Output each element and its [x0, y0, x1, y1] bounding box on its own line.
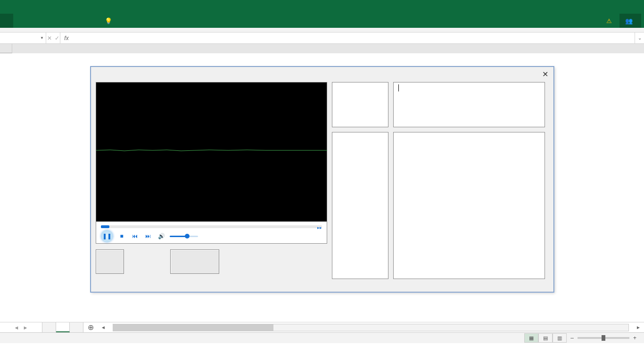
view-pagelayout-button[interactable]: ▤	[538, 333, 553, 343]
volume-thumb[interactable]	[185, 234, 190, 239]
user-account[interactable]: ⚠	[606, 17, 614, 25]
dialog-close-button[interactable]: ✕	[540, 70, 550, 79]
warning-icon: ⚠	[606, 17, 612, 25]
next-button[interactable]: ⏭	[143, 231, 153, 241]
sheet-tab-dictionary[interactable]	[70, 322, 83, 332]
share-icon: 👥	[625, 17, 633, 25]
view-mode-buttons: ▦ ▤ ▥	[524, 333, 567, 343]
media-player: ▸▸ ❚❚ ■ ⏮ ⏭ 🔊	[96, 82, 327, 244]
volume-slider[interactable]	[170, 236, 198, 237]
column-headers	[0, 44, 644, 53]
sheet-prev-icon[interactable]: ◄	[14, 325, 19, 330]
tab-insert[interactable]	[25, 14, 38, 28]
create-mark-button[interactable]	[170, 249, 219, 274]
view-pagebreak-button[interactable]: ▥	[553, 333, 567, 343]
sheet-nav[interactable]: ◄ ►	[0, 322, 42, 332]
waveform	[96, 148, 327, 153]
selected-tags-panel[interactable]	[332, 82, 388, 127]
formula-bar[interactable]	[73, 33, 635, 43]
cancel-icon[interactable]: ✕	[47, 35, 52, 41]
pause-button[interactable]: ❚❚	[101, 230, 113, 242]
tab-file[interactable]	[0, 14, 13, 28]
window-controls	[562, 0, 644, 14]
formula-bar-row: ▼ ✕ ✓ fx ⌄	[0, 33, 644, 44]
zoom-thumb[interactable]	[602, 335, 605, 341]
names-list[interactable]	[393, 132, 545, 279]
seek-end-icon: ▸▸	[317, 225, 322, 230]
hscroll-thumb[interactable]	[113, 324, 273, 331]
fx-cancel-confirm: ✕ ✓	[46, 33, 60, 43]
quick-access-toolbar	[0, 1, 60, 13]
horizontal-scrollbar[interactable]	[113, 324, 629, 331]
tab-view[interactable]	[87, 14, 99, 28]
name-box[interactable]: ▼	[0, 33, 46, 43]
dialog-title	[91, 67, 553, 82]
ribbon-options-icon[interactable]	[562, 0, 579, 14]
status-bar: ▦ ▤ ▥ – +	[0, 332, 644, 343]
tab-data[interactable]	[62, 14, 74, 28]
zoom-in-button[interactable]: +	[633, 335, 636, 341]
view-normal-button[interactable]: ▦	[524, 333, 538, 343]
sheet-tab-opis[interactable]	[56, 322, 70, 332]
stop-button[interactable]: ■	[117, 231, 126, 241]
video-area[interactable]	[96, 82, 327, 222]
redo-icon[interactable]	[34, 1, 45, 13]
save-icon[interactable]	[4, 1, 15, 13]
tab-home[interactable]	[13, 14, 25, 28]
rewind-5s-button[interactable]	[96, 249, 124, 274]
sheet-tab-passport[interactable]	[42, 322, 56, 332]
prev-button[interactable]: ⏮	[130, 231, 140, 241]
sheet-tab-bar: ◄ ► ⊕ ◄ ►	[0, 322, 644, 332]
ribbon-body-collapsed	[0, 28, 644, 33]
tags-list[interactable]	[332, 132, 388, 279]
ribbon-tabs: 💡 ⚠ 👥	[0, 14, 644, 28]
zoom-out-button[interactable]: –	[570, 335, 574, 341]
tab-layout[interactable]	[38, 14, 50, 28]
qat-customize-icon[interactable]	[49, 1, 60, 13]
add-sheet-button[interactable]: ⊕	[83, 322, 98, 332]
player-controls: ❚❚ ■ ⏮ ⏭ 🔊	[96, 229, 327, 243]
tell-me-search[interactable]: 💡	[99, 14, 115, 28]
fx-icon[interactable]: fx	[60, 33, 73, 43]
expand-formula-icon[interactable]: ⌄	[635, 33, 644, 43]
share-button[interactable]: 👥	[619, 14, 641, 28]
hscroll-left-icon[interactable]: ◄	[99, 325, 107, 330]
describe-media-dialog: ✕ ▸▸ ❚❚ ■ ⏮	[91, 66, 554, 292]
sheet-next-icon[interactable]: ►	[23, 325, 28, 330]
select-all-corner[interactable]	[0, 44, 12, 53]
confirm-icon[interactable]: ✓	[55, 35, 59, 41]
tab-review[interactable]	[74, 14, 87, 28]
chevron-down-icon[interactable]: ▼	[40, 36, 44, 40]
title-bar	[0, 0, 644, 14]
maximize-button[interactable]	[601, 0, 622, 14]
close-button[interactable]	[622, 0, 644, 14]
bulb-icon: 💡	[105, 17, 112, 25]
volume-icon[interactable]: 🔊	[157, 231, 166, 241]
tab-formulas[interactable]	[50, 14, 62, 28]
undo-icon[interactable]	[19, 1, 30, 13]
seek-bar[interactable]: ▸▸	[101, 225, 322, 228]
zoom-slider[interactable]	[578, 337, 629, 339]
minimize-button[interactable]	[579, 0, 601, 14]
hscroll-right-icon[interactable]: ►	[635, 325, 642, 330]
description-textarea[interactable]	[393, 82, 545, 127]
